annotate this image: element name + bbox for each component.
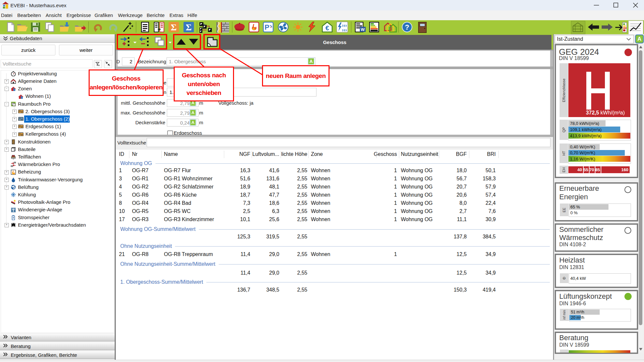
svg-text:W: W [361, 27, 365, 32]
svg-text:Σ: Σ [186, 22, 192, 32]
svg-text:P: P [265, 23, 270, 31]
svg-text:€: € [325, 24, 329, 32]
svg-text:?: ? [405, 23, 409, 31]
svg-text:Σ: Σ [171, 22, 177, 32]
